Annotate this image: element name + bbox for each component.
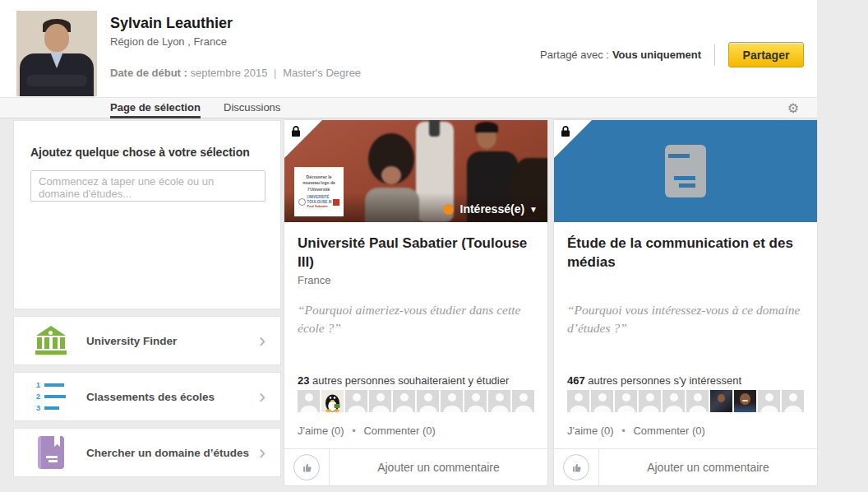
chevron-right-icon: › (259, 444, 265, 461)
prompt-quote: “Pourquoi aimeriez-vous étudier dans cet… (298, 301, 536, 337)
university-card: Découvrez le nouveau logo de l'Universit… (284, 120, 547, 485)
rankings-icon: 1 2 3 (34, 381, 68, 412)
chevron-right-icon: › (259, 388, 265, 405)
profile-location: Région de Lyon , France (110, 35, 233, 48)
photo-arms (26, 75, 87, 86)
share-button[interactable]: Partager (728, 42, 804, 67)
university-icon (34, 326, 68, 355)
count-text: autres personnes s'y intéressent (585, 374, 741, 387)
logo-seal (298, 198, 306, 206)
interested-count: 467 autres personnes s'y intéressent (567, 374, 741, 387)
shared-with-label: Partagé avec : (540, 49, 609, 61)
like-link[interactable]: J'aime (0) (567, 425, 614, 437)
like-link[interactable]: J'aime (0) (298, 425, 344, 437)
tab-discussions[interactable]: Discussions (224, 98, 280, 118)
avatar[interactable] (298, 390, 320, 412)
status-label: Intéressé(e) (460, 202, 525, 216)
avatar[interactable] (369, 390, 391, 412)
member-photo-avatar[interactable] (710, 390, 732, 412)
count-number: 23 (298, 374, 309, 387)
logo-caption: Découvrez le nouveau logo de l'Universit… (298, 174, 340, 193)
field-title[interactable]: Étude de la communication et des médias (567, 222, 804, 272)
interested-dropdown[interactable]: Intéressé(e) ▼ (443, 202, 538, 216)
sidebar-heading: Ajoutez quelque chose à votre sélection (30, 146, 264, 159)
sidebar-item-find-field-of-study[interactable]: Chercher un domaine d’études › (13, 428, 281, 477)
thumb-up-icon (293, 454, 320, 480)
university-title[interactable]: Université Paul Sabatier (Toulouse III) (298, 222, 534, 272)
tab-selection-page[interactable]: Page de sélection (110, 98, 201, 118)
thumb-up-icon (563, 454, 589, 480)
dot-separator: • (352, 425, 356, 437)
add-comment-field[interactable]: Ajouter un commentaire (330, 449, 547, 485)
logo-name-3: Paul Sabatier (307, 204, 328, 208)
avatar[interactable] (639, 390, 661, 412)
like-button[interactable] (284, 449, 330, 485)
sidebar-item-university-finder[interactable]: University Finder › (13, 316, 281, 365)
avatar[interactable] (782, 390, 804, 412)
logo-red-square (333, 199, 339, 206)
like-button[interactable] (554, 449, 599, 485)
profile-header: Sylvain Leauthier Région de Lyon , Franc… (0, 0, 817, 97)
vertical-divider (714, 44, 715, 66)
interested-count: 23 autres personnes souhaiteraient y étu… (298, 374, 509, 387)
university-country: France (298, 274, 534, 286)
identity-block: Sylvain Leauthier Région de Lyon , Franc… (110, 15, 233, 48)
comment-link[interactable]: Commenter (0) (363, 425, 435, 437)
lock-icon (291, 125, 301, 137)
avatar[interactable] (567, 390, 589, 412)
member-photo-avatar[interactable] (734, 390, 756, 412)
logo-name-2: TOULOUSE III (307, 200, 332, 204)
field-of-study-card: Étude de la communication et des médias … (554, 120, 817, 485)
shared-with-value: Vous uniquement (612, 49, 701, 61)
add-comment-field[interactable]: Ajouter un commentaire (599, 449, 817, 485)
university-card-body: Université Paul Sabatier (Toulouse III) … (284, 222, 547, 485)
logo-name-1: UNIVERSITÉ (307, 195, 330, 199)
degree-value: Master's Degree (283, 67, 361, 79)
penguin-avatar[interactable] (321, 390, 344, 412)
avatar[interactable] (345, 390, 367, 412)
prompt-quote: “Pourquoi vous intéressez-vous à ce doma… (567, 301, 806, 337)
book-cover-icon (665, 145, 706, 197)
social-actions: J'aime (0) • Commenter (0) (298, 425, 436, 437)
interested-avatars (298, 390, 534, 412)
gear-icon[interactable]: ⚙ (787, 100, 799, 116)
avatar[interactable] (663, 390, 685, 412)
caret-down-icon: ▼ (529, 205, 538, 214)
avatar[interactable] (615, 390, 637, 412)
count-text: autres personnes souhaiteraient y étudie… (309, 374, 509, 387)
avatar[interactable] (464, 390, 487, 412)
meta-separator: | (274, 67, 276, 79)
avatar[interactable] (488, 390, 510, 412)
avatar[interactable] (393, 390, 415, 412)
profile-name: Sylvain Leauthier (110, 15, 233, 32)
photo-face (44, 24, 69, 52)
profile-photo (16, 11, 97, 96)
field-cover (554, 120, 817, 222)
private-corner (554, 120, 592, 158)
lock-icon (561, 125, 570, 137)
university-cover-photo: Découvrez le nouveau logo de l'Universit… (284, 120, 547, 222)
avatar[interactable] (441, 390, 463, 412)
avatar[interactable] (417, 390, 439, 412)
avatar[interactable] (512, 390, 534, 412)
search-input[interactable] (30, 170, 265, 202)
university-logo: Découvrez le nouveau logo de l'Universit… (294, 167, 344, 216)
field-card-body: Étude de la communication et des médias … (554, 222, 817, 485)
education-meta: Date de début : septembre 2015 | Master'… (110, 67, 361, 79)
avatar[interactable] (758, 390, 780, 412)
social-actions: J'aime (0) • Commenter (0) (567, 425, 705, 437)
private-corner (284, 120, 322, 158)
avatar[interactable] (591, 390, 613, 412)
avatar[interactable] (686, 390, 709, 412)
start-date-value: septembre 2015 (191, 67, 268, 79)
card-footer: Ajouter un commentaire (554, 448, 817, 485)
sidebar-item-label: Classements des écoles (86, 391, 215, 403)
sidebar-item-label: Chercher un domaine d’études (86, 447, 249, 459)
comment-link[interactable]: Commenter (0) (633, 425, 704, 437)
start-date-label: Date de début : (110, 67, 187, 79)
tab-bar: Page de sélection Discussions ⚙ (0, 97, 817, 118)
book-icon (34, 436, 68, 469)
sidebar-item-school-rankings[interactable]: 1 2 3 Classements des écoles › (13, 372, 281, 421)
share-block: Partagé avec : Vous uniquement Partager (540, 42, 804, 67)
count-number: 467 (567, 374, 585, 387)
